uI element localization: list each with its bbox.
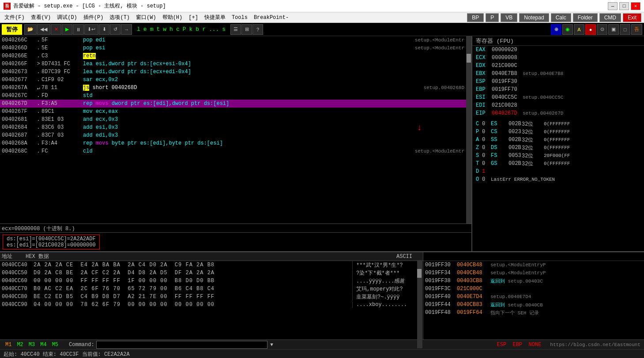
disasm-row[interactable]: 0040267F . 89C1 mov ecx,eax [0, 108, 466, 116]
tab-m3[interactable]: M3 [27, 342, 37, 348]
registers-title: 寄存器 (FPU) [472, 36, 644, 46]
disasm-row[interactable]: 0040268C . FC cld setup.<ModuleEntr [0, 147, 466, 155]
command-label: Command: [69, 342, 94, 348]
icon-btn8[interactable]: 吾 [631, 24, 642, 35]
stop-btn[interactable]: ✕ [51, 24, 61, 35]
menu-plugin[interactable]: 插件(P) [81, 13, 106, 22]
disasm-row[interactable]: 00402677 . C1F9 02 sar ecx,0x2 [0, 76, 466, 84]
menu-breakpoint[interactable]: BreakPoint- [251, 14, 291, 22]
disasm-current-row[interactable]: 0040267D . F3:A5 rep movs dword ptr es:[… [0, 100, 466, 108]
icon-btn6[interactable]: ▣ [608, 24, 619, 35]
dropdown-arrow-icon[interactable]: ▼ [269, 342, 274, 347]
hex-panel: 地址 HEX 数据 ASCII 0040CC40 2A 2A 2A CE E4 … [0, 252, 423, 339]
icon-btn7[interactable]: □ [620, 24, 630, 35]
stack-panel: 0019FF30 0040CB48 setup.<ModuleEntryP 00… [423, 252, 644, 339]
hex-col-ascii: ASCII [396, 254, 421, 260]
menu-plus[interactable]: [+] [186, 14, 201, 22]
exit-button[interactable]: Exit [623, 13, 641, 22]
eip-comment: setup.0040267D [523, 111, 563, 116]
menu-window[interactable]: 窗口(W) [133, 13, 159, 22]
tab-m4[interactable]: M4 [38, 342, 48, 348]
menu-options[interactable]: 选项(T) [107, 13, 132, 22]
menu-help[interactable]: 帮助(H) [160, 13, 185, 22]
scroll-thumb[interactable] [467, 54, 471, 63]
maximize-button[interactable]: □ [619, 2, 629, 10]
disasm-row[interactable]: 0040266F > 8D7431 FC lea esi,dword ptr d… [0, 60, 466, 68]
step-back-btn[interactable]: ↺ [110, 24, 121, 35]
vb-button[interactable]: VB [501, 13, 517, 22]
step-fwd-btn[interactable]: → [121, 24, 132, 35]
hex-view-btn[interactable]: ⊞ [241, 24, 252, 35]
close-button[interactable]: ✕ [631, 2, 640, 10]
toolbar-b[interactable]: b [194, 26, 200, 33]
toolbar-k[interactable]: k [188, 26, 194, 33]
toolbar-e[interactable]: e [142, 26, 148, 33]
toolbar-l[interactable]: l [136, 26, 142, 33]
step-over-btn[interactable]: ⬇ [99, 24, 109, 35]
tab-m1[interactable]: M1 [4, 342, 13, 348]
info-bar: ecx=00000008 (十进制 8.) [0, 224, 471, 232]
step-in-btn[interactable]: ⬇↩ [84, 24, 98, 35]
disasm-row[interactable]: 0040268A . F3:A4 rep movs byte ptr es:[e… [0, 139, 466, 147]
minimize-button[interactable]: — [608, 2, 618, 10]
disasm-row[interactable]: 0040266C . 5F pop edi setup.<ModuleEntr [0, 36, 466, 44]
disasm-row[interactable]: 00402673 . 8D7C39 FC lea edi,dword ptr d… [0, 68, 466, 76]
question-btn[interactable]: ? [252, 24, 263, 35]
toolbar-w[interactable]: w [162, 26, 168, 33]
disasm-row[interactable]: 0040267A ↵ 78 11 js short 0040268D setup… [0, 84, 466, 92]
disasm-content: 0040266C . 5F pop edi setup.<ModuleEntr … [0, 36, 466, 224]
pause-btn[interactable]: ⏸ [73, 24, 84, 35]
open-btn[interactable]: 📂 [24, 24, 37, 35]
toolbar-t[interactable]: t [155, 26, 161, 33]
disasm-row[interactable]: 0040267C . FD std [0, 92, 466, 100]
stack-row: 0019FF30 0040CB48 setup.<ModuleEntryP [423, 261, 644, 269]
cmd-button[interactable]: CMD [599, 13, 621, 22]
flag-c-row: C 0 ES 002B 32位 0(FFFFFFF [472, 120, 644, 128]
toolbar-r[interactable]: r [201, 26, 207, 33]
toolbar-h[interactable]: h [168, 26, 174, 33]
hex-header: 地址 HEX 数据 ASCII [0, 252, 423, 261]
pause-label: 暂停 [2, 24, 22, 35]
menu-debug[interactable]: 调试(D) [54, 13, 80, 22]
tab-m5[interactable]: M5 [50, 342, 60, 348]
toolbar-m[interactable]: m [149, 26, 155, 33]
list-view-btn[interactable]: ☰ [230, 24, 241, 35]
disasm-row[interactable]: 00402681 . 83E1 03 and ecx,0x3 [0, 116, 466, 123]
notepad-button[interactable]: Notepad [519, 13, 549, 22]
stack-row: 0019FF44 0040CB83 返回到 setup.0040CB [423, 301, 644, 309]
back-btn[interactable]: ◀◀ [37, 24, 50, 35]
hex-col-addr: 地址 [2, 253, 12, 260]
toolbar-c[interactable]: c [175, 26, 181, 33]
toolbar-s[interactable]: s [221, 26, 227, 33]
icon-btn4[interactable]: ● [585, 24, 596, 35]
hex-scrollbar[interactable] [417, 260, 422, 339]
disasm-row[interactable]: 0040266D . 5E pop esi setup.<ModuleEntr [0, 44, 466, 52]
calc-button[interactable]: Calc [551, 13, 571, 22]
menu-shortcuts[interactable]: 快捷菜单 [202, 13, 228, 22]
p-button[interactable]: P [486, 13, 499, 22]
flag-a-row: A 0 SS 002B 32位 0(FFFFFFF [472, 136, 644, 144]
command-input[interactable] [96, 341, 268, 349]
main-content: 0040266C . 5F pop edi setup.<ModuleEntr … [0, 36, 644, 251]
disasm-row[interactable]: 00402684 . 83C6 03 add esi,0x3 ↓ [0, 123, 466, 131]
disasm-row[interactable]: 00402687 . 83C7 03 add edi,0x3 [0, 131, 466, 139]
mem-line1: ds:[esi]=[0040CC5C]=2A2A2ADF [7, 236, 96, 242]
stack-row: 0019FF34 0040CB48 setup.<ModuleEntryP [423, 269, 644, 277]
folder-button[interactable]: Folder [573, 13, 598, 22]
menu-tools[interactable]: Tools [229, 14, 250, 22]
bp-button[interactable]: BP [467, 13, 484, 22]
tab-m2[interactable]: M2 [15, 342, 25, 348]
menu-view[interactable]: 查看(V) [28, 13, 54, 22]
icon-btn3[interactable]: A [574, 24, 584, 35]
icon-btn1[interactable]: ⊕ [551, 24, 561, 35]
run-btn[interactable]: ▶ [62, 24, 72, 35]
icon-btn2[interactable]: ◉ [562, 24, 573, 35]
menu-file[interactable]: 文件(F) [2, 13, 27, 22]
toolbar-p[interactable]: P [181, 26, 188, 33]
disasm-row[interactable]: 0040266E . C3 retn [0, 52, 466, 60]
toolbar-ellipsis[interactable]: ... [207, 26, 220, 33]
disasm-scrollbar[interactable] [466, 36, 471, 224]
reg-esi-row: ESI 0040CC5C setup.0040CC5C [472, 93, 644, 101]
icon-btn5[interactable]: ⊙ [597, 24, 607, 35]
hex-scroll-thumb[interactable] [417, 269, 422, 278]
